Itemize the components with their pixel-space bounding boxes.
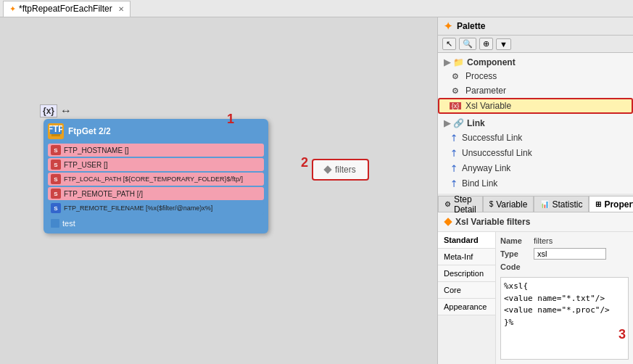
palette-item-anyway-link[interactable]: ↗ Anyway Link [438, 160, 633, 175]
palette-item-xsl-variable[interactable]: {x} Xsl Variable Create new XslVariable [438, 98, 633, 114]
type-label: Type [500, 249, 529, 258]
properties-diamond-icon [444, 218, 452, 226]
link-section: ▶ 🔗 Link [438, 117, 633, 130]
link-icon: 🔗 [453, 118, 464, 128]
palette-item-label-process: Process [466, 71, 497, 81]
component-label: Component [467, 57, 516, 67]
properties-icon: ⊞ [595, 200, 601, 208]
left-sidebar-tabs: Standard Meta-Inf Description Core Appea… [438, 232, 496, 364]
ftp-row-localpath: S FTP_LOCAL_PATH [${CORE_TEMPORARY_FOLDE… [48, 173, 264, 186]
ftp-row-text-localpath: FTP_LOCAL_PATH [${CORE_TEMPORARY_FOLDER}… [64, 175, 243, 183]
filters-label: filters [335, 165, 356, 175]
ftp-row-remotefilename: S FTP_REMOTE_FILENAME [%x($filter/@name)… [48, 202, 264, 215]
tab-description[interactable]: Description [438, 265, 495, 282]
palette-arrow-btn[interactable]: ↖ [442, 38, 456, 50]
link-expand-icon: ▶ [444, 118, 450, 128]
ftpget-card[interactable]: FTP FtpGet 2/2 S FTP_HOSTNAME [] S FTP_U… [44, 119, 268, 233]
name-row: Name filters [500, 236, 629, 245]
code-row: Code [500, 262, 629, 271]
tab-meta-inf[interactable]: Meta-Inf [438, 249, 495, 265]
tab-core[interactable]: Core [438, 282, 495, 299]
number-label-3: 3 [618, 327, 626, 342]
ftp-row-text-user: FTP_USER [] [64, 161, 108, 169]
ftp-row-icon-s2: S [51, 160, 61, 170]
ftp-row-icon-s4: S [51, 189, 61, 199]
ftp-row-text-hostname: FTP_HOSTNAME [] [64, 146, 128, 154]
type-input[interactable] [534, 248, 606, 260]
ftp-row-text-remotefilename: FTP_REMOTE_FILENAME [%x($filter/@name)x%… [64, 204, 212, 212]
tab-standard[interactable]: Standard [438, 232, 495, 249]
successful-link-icon: ↗ [447, 131, 460, 144]
tab-statistic[interactable]: 📊 Statistic [534, 196, 589, 212]
bottom-tabs-bar: ⚙ Step Detail $ Variable 📊 Statistic ⊞ P… [438, 194, 633, 212]
ftpget-icon: FTP [48, 123, 64, 139]
palette-item-parameter[interactable]: ⚙ Parameter [438, 83, 633, 98]
tab-step-detail-label: Step Detail [454, 194, 476, 215]
properties-title-text: Xsl Variable filters [455, 217, 530, 227]
palette-zoom-btn[interactable]: ⊕ [479, 38, 493, 50]
successful-link-label: Successful Link [462, 133, 522, 143]
ftp-row-user: S FTP_USER [] [48, 158, 264, 171]
code-label: Code [500, 262, 529, 271]
palette-item-label-parameter: Parameter [466, 86, 506, 96]
palette-toolbar: ↖ 🔍 ⊕ ▼ [438, 36, 633, 53]
var-label: {x} [40, 104, 57, 117]
ftp-row-icon-s5: S [51, 203, 61, 213]
unsuccessful-link-icon: ↗ [447, 146, 460, 159]
palette-menu-btn[interactable]: ▼ [496, 38, 511, 50]
link-label: Link [467, 118, 485, 128]
tab-properties-label: Properties [604, 199, 633, 210]
palette-item-label-xsl: Xsl Variable [466, 101, 511, 111]
tab-title: *ftpRepeatForEachFilter [19, 4, 112, 14]
variable-indicator: {x} ↔ [40, 104, 72, 117]
properties-form: Name filters Type Code %xsl{<value name=… [496, 232, 633, 364]
test-label: test [62, 219, 75, 228]
palette-item-process[interactable]: ⚙ Process [438, 69, 633, 83]
name-value: filters [534, 236, 553, 245]
number-label-1: 1 [227, 112, 234, 127]
step-detail-icon: ⚙ [444, 200, 451, 208]
editor-tab[interactable]: ✦ *ftpRepeatForEachFilter ✕ [3, 1, 131, 17]
palette-icon: ✦ [444, 20, 452, 32]
ftp-row-hostname: S FTP_HOSTNAME [] [48, 144, 264, 157]
test-row: test [48, 218, 264, 229]
palette-tree: ▶ 📁 Component ⚙ Process ⚙ Parameter {x} … [438, 53, 633, 194]
process-icon: ⚙ [450, 72, 461, 81]
tab-appearance[interactable]: Appearance [438, 299, 495, 315]
code-area[interactable]: %xsl{<value name="*.txt"/><value name="*… [500, 277, 629, 360]
svg-text:FTP: FTP [49, 125, 62, 134]
tab-variable[interactable]: $ Variable [483, 196, 534, 212]
name-label: Name [500, 236, 529, 245]
anyway-link-icon: ↗ [447, 161, 460, 174]
canvas-area: {x} ↔ FTP FtpGet 2/2 S FTP_HOSTNAME [] [0, 17, 437, 364]
type-row: Type [500, 248, 629, 260]
ftp-row-icon-s: S [51, 145, 61, 155]
tab-icon: ✦ [9, 4, 16, 14]
palette-item-bind-link[interactable]: ↗ Bind Link [438, 175, 633, 191]
ftp-row-icon-s3: S [51, 174, 61, 184]
statistic-icon: 📊 [540, 200, 549, 208]
tab-variable-label: Variable [496, 199, 527, 210]
palette-item-successful-link[interactable]: ↗ Successful Link [438, 130, 633, 145]
ftp-row-remotepath: S FTP_REMOTE_PATH [/] [48, 187, 264, 200]
tab-properties[interactable]: ⊞ Properties ✕ [589, 196, 633, 212]
properties-title: Xsl Variable filters [438, 212, 633, 232]
tab-statistic-label: Statistic [552, 199, 582, 210]
properties-content: Standard Meta-Inf Description Core Appea… [438, 232, 633, 364]
component-icon: 📁 [453, 57, 464, 67]
ftp-row-text-remotepath: FTP_REMOTE_PATH [/] [64, 190, 143, 198]
xsl-variable-icon: {x} [450, 102, 461, 109]
palette-item-unsuccessful-link[interactable]: ↗ Unsuccessful Link [438, 145, 633, 160]
tab-close-button[interactable]: ✕ [118, 5, 124, 13]
tab-step-detail[interactable]: ⚙ Step Detail [438, 196, 483, 212]
palette-search-btn[interactable]: 🔍 [459, 38, 476, 50]
filters-box[interactable]: filters [312, 159, 369, 181]
parameter-icon: ⚙ [450, 86, 461, 96]
anyway-link-label: Anyway Link [462, 163, 510, 173]
unsuccessful-link-label: Unsuccessful Link [462, 148, 532, 158]
component-expand-icon: ▶ [444, 57, 450, 67]
number-label-2: 2 [301, 155, 308, 170]
filters-diamond-icon [323, 165, 331, 173]
palette-header: ✦ Palette [438, 17, 633, 36]
bind-link-label: Bind Link [462, 178, 497, 189]
